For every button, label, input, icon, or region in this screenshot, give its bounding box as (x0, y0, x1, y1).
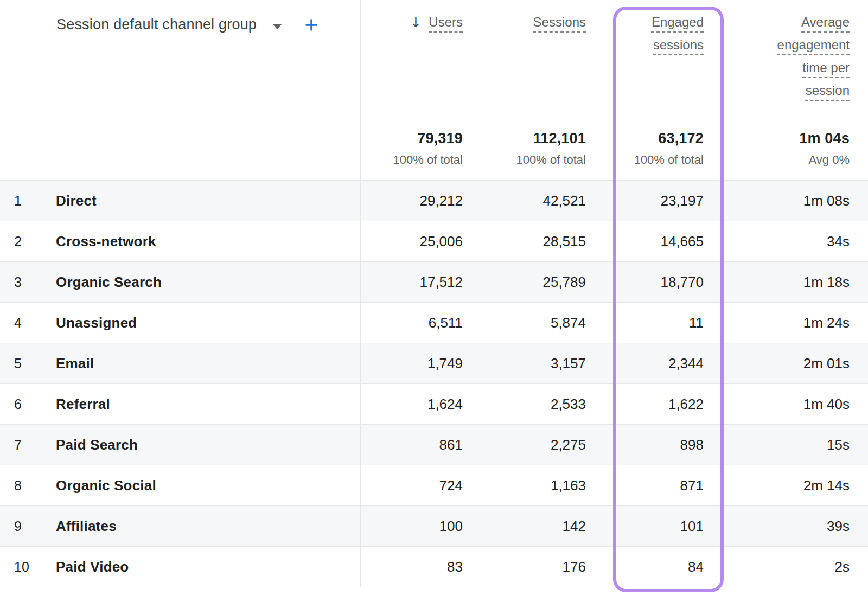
row-index: 7 (0, 425, 56, 465)
table-row: 4 Unassigned 6,511 5,874 11 1m 24s (0, 302, 868, 343)
row-index: 5 (0, 343, 56, 383)
engaged-sessions-value: 23,197 (603, 181, 721, 221)
engaged-sessions-value: 14,665 (603, 221, 721, 261)
sessions-value: 1,163 (480, 465, 603, 505)
sessions-value: 142 (480, 506, 603, 546)
dimension-header-cell: Session default channel group (0, 0, 361, 180)
total-sessions-share: 100% of total (516, 153, 586, 167)
column-label-engaged-sessions: Engaged sessions (632, 11, 704, 56)
users-value: 25,006 (361, 221, 480, 261)
channel-name: Referral (56, 384, 361, 424)
dimension-label: Session default channel group (56, 16, 257, 33)
table-body: 1 Direct 29,212 42,521 23,197 1m 08s 2 C… (0, 180, 868, 587)
total-users: 79,319 (393, 130, 463, 147)
channel-name: Organic Search (56, 262, 361, 302)
column-totals-avg-engagement-time: 1m 04s Avg 0% (799, 130, 850, 167)
total-users-share: 100% of total (393, 153, 463, 167)
total-avg-engagement-time: 1m 04s (799, 130, 850, 147)
total-engaged-sessions: 63,172 (634, 130, 704, 147)
total-avg-engagement-share: Avg 0% (799, 153, 850, 167)
sessions-value: 25,789 (480, 262, 603, 302)
users-value: 6,511 (361, 303, 480, 343)
column-label-avg-engagement-time: Average engagement time per session (767, 11, 850, 102)
channel-name: Paid Search (56, 425, 361, 465)
engaged-sessions-value: 84 (603, 547, 721, 587)
table-row: 6 Referral 1,624 2,533 1,622 1m 40s (0, 383, 868, 424)
engaged-sessions-value: 11 (603, 303, 721, 343)
sort-descending-icon: ↓ (410, 11, 422, 34)
sessions-value: 42,521 (480, 181, 603, 221)
engaged-sessions-value: 101 (603, 506, 721, 546)
column-header-sessions[interactable]: Sessions (533, 11, 586, 34)
caret-down-icon (273, 24, 282, 29)
table-row: 9 Affiliates 100 142 101 39s (0, 505, 868, 546)
users-value: 29,212 (361, 181, 480, 221)
row-index: 2 (0, 221, 56, 261)
column-label-users: Users (429, 11, 463, 34)
column-totals-users: 79,319 100% of total (393, 130, 463, 167)
users-value: 83 (361, 547, 480, 587)
add-dimension-button[interactable] (304, 18, 318, 32)
avg-engagement-value: 34s (721, 221, 868, 261)
table-row: 5 Email 1,749 3,157 2,344 2m 01s (0, 343, 868, 383)
sessions-value: 28,515 (480, 221, 603, 261)
channel-name: Organic Social (56, 465, 361, 505)
avg-engagement-value: 2m 14s (721, 465, 868, 505)
row-index: 3 (0, 262, 56, 302)
channel-name: Direct (56, 181, 361, 221)
channel-name: Paid Video (56, 547, 361, 587)
row-index: 10 (0, 547, 56, 587)
column-header-users[interactable]: ↓ Users (410, 11, 463, 34)
row-index: 1 (0, 181, 56, 221)
column-label-sessions: Sessions (533, 11, 586, 34)
avg-engagement-value: 15s (721, 425, 868, 465)
table-row: 1 Direct 29,212 42,521 23,197 1m 08s (0, 180, 868, 221)
engaged-sessions-value: 871 (603, 465, 721, 505)
avg-engagement-value: 2s (721, 547, 868, 587)
sessions-value: 2,275 (480, 425, 603, 465)
engaged-sessions-value: 898 (603, 425, 721, 465)
total-sessions: 112,101 (516, 130, 586, 147)
channel-name: Affiliates (56, 506, 361, 546)
channel-name: Cross-network (56, 221, 361, 261)
users-value: 1,749 (361, 343, 480, 383)
row-index: 4 (0, 303, 56, 343)
table-row: 7 Paid Search 861 2,275 898 15s (0, 424, 868, 465)
users-value: 17,512 (361, 262, 480, 302)
column-sessions: Sessions 112,101 100% of total (480, 0, 603, 180)
avg-engagement-value: 1m 18s (721, 262, 868, 302)
avg-engagement-value: 39s (721, 506, 868, 546)
engaged-sessions-value: 18,770 (603, 262, 721, 302)
users-value: 861 (361, 425, 480, 465)
analytics-channels-table: Session default channel group ↓ Users 79… (0, 0, 868, 602)
users-value: 724 (361, 465, 480, 505)
engaged-sessions-value: 1,622 (603, 384, 721, 424)
total-engaged-sessions-share: 100% of total (634, 153, 704, 167)
avg-engagement-value: 1m 08s (721, 181, 868, 221)
column-header-engaged-sessions[interactable]: Engaged sessions (632, 11, 704, 56)
row-index: 9 (0, 506, 56, 546)
table-header: Session default channel group ↓ Users 79… (0, 0, 868, 180)
row-index: 6 (0, 384, 56, 424)
channel-name: Unassigned (56, 303, 361, 343)
avg-engagement-value: 1m 24s (721, 303, 868, 343)
column-engaged-sessions: Engaged sessions 63,172 100% of total (603, 0, 721, 180)
plus-icon (304, 18, 318, 32)
channel-name: Email (56, 343, 361, 383)
avg-engagement-value: 2m 01s (721, 343, 868, 383)
sessions-value: 2,533 (480, 384, 603, 424)
dimension-selector[interactable]: Session default channel group (56, 16, 282, 33)
column-header-avg-engagement-time[interactable]: Average engagement time per session (767, 11, 850, 102)
engaged-sessions-value: 2,344 (603, 343, 721, 383)
column-totals-sessions: 112,101 100% of total (516, 130, 586, 167)
users-value: 100 (361, 506, 480, 546)
table-row: 2 Cross-network 25,006 28,515 14,665 34s (0, 221, 868, 261)
table-row: 8 Organic Social 724 1,163 871 2m 14s (0, 465, 868, 505)
table-row: 10 Paid Video 83 176 84 2s (0, 546, 868, 587)
column-totals-engaged-sessions: 63,172 100% of total (634, 130, 704, 167)
sessions-value: 3,157 (480, 343, 603, 383)
sessions-value: 5,874 (480, 303, 603, 343)
avg-engagement-value: 1m 40s (721, 384, 868, 424)
table-row: 3 Organic Search 17,512 25,789 18,770 1m… (0, 261, 868, 302)
sessions-value: 176 (480, 547, 603, 587)
